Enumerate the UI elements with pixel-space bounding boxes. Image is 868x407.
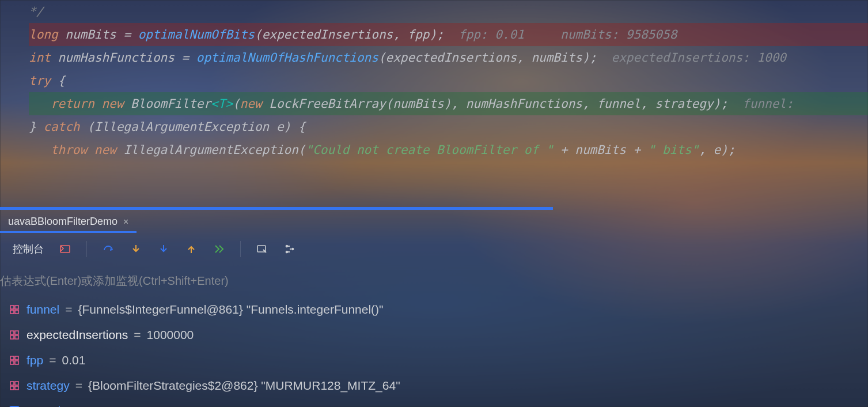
object-var-icon (8, 303, 21, 316)
variable-row[interactable]: fpp = 0.01 (6, 348, 868, 373)
svg-rect-6 (15, 306, 18, 309)
step-into-icon[interactable] (130, 243, 142, 255)
variable-value: {Funnels$IntegerFunnel@861} "Funnels.int… (78, 303, 383, 316)
svg-rect-16 (15, 361, 18, 364)
evaluate-expression-input[interactable]: 估表达式(Enter)或添加监视(Ctrl+Shift+Enter) (0, 267, 868, 295)
svg-rect-8 (15, 310, 18, 314)
variable-row[interactable]: 1numBits = 9585058 (6, 398, 868, 407)
toolbar-separator (86, 241, 87, 257)
variable-value: 0.01 (62, 353, 85, 367)
svg-rect-10 (15, 331, 18, 334)
svg-rect-9 (10, 331, 14, 334)
variable-separator: = (65, 303, 72, 316)
variable-value: 9585058 (89, 404, 136, 407)
step-out-icon[interactable] (185, 243, 198, 255)
toolbar-separator (240, 241, 241, 257)
layout-icon[interactable] (59, 243, 71, 255)
svg-rect-12 (15, 336, 18, 339)
object-var-icon (8, 329, 21, 341)
svg-rect-19 (10, 386, 14, 390)
variable-name: strategy (26, 379, 70, 393)
code-line: } catch (IllegalArgumentException e) { (29, 115, 868, 138)
primitive-var-icon: 1 (8, 405, 21, 407)
code-line: try { (29, 69, 868, 92)
run-to-cursor-icon[interactable] (213, 243, 225, 255)
step-over-icon[interactable] (102, 243, 115, 255)
comment-close: */ (29, 5, 43, 18)
variable-value: 1000000 (147, 328, 194, 342)
code-line: throw new IllegalArgumentException("Coul… (29, 138, 868, 208)
console-tab-label[interactable]: 控制台 (13, 242, 44, 256)
svg-point-4 (292, 248, 294, 250)
variable-separator: = (75, 379, 82, 393)
code-editor[interactable]: */ long numBits = optimalNumOfBits(expec… (0, 0, 868, 208)
variable-separator: = (76, 404, 83, 407)
variables-panel[interactable]: funnel = {Funnels$IntegerFunnel@861} "Fu… (0, 295, 868, 407)
evaluate-expression-icon[interactable] (256, 243, 268, 255)
variable-name: funnel (26, 303, 59, 316)
debug-tab-active[interactable]: uavaBBloomFilterDemo × (0, 212, 137, 233)
variable-name: fpp (26, 353, 43, 367)
inline-hint: fpp: 0.01 numBits: 9585058 (444, 28, 677, 42)
debug-toolbar: 控制台 (0, 233, 868, 267)
variable-row[interactable]: funnel = {Funnels$IntegerFunnel@861} "Fu… (6, 297, 868, 322)
svg-rect-18 (15, 382, 18, 385)
svg-rect-15 (10, 361, 14, 364)
svg-rect-5 (10, 306, 14, 309)
variable-row[interactable]: strategy = {BloomFilterStrategies$2@862}… (6, 373, 868, 398)
svg-rect-13 (10, 356, 14, 360)
code-line-highlight-red: long numBits = optimalNumOfBits(expected… (29, 23, 868, 46)
close-icon[interactable]: × (123, 217, 128, 227)
variable-name: numBits (26, 404, 70, 407)
variable-name: expectedInsertions (26, 328, 128, 342)
tab-label: uavaBBloomFilterDemo (8, 216, 117, 228)
trace-current-stream-chain-icon[interactable] (283, 243, 296, 255)
force-step-into-icon[interactable] (157, 243, 170, 255)
svg-point-2 (286, 246, 288, 247)
svg-rect-20 (15, 386, 18, 390)
svg-rect-7 (10, 310, 14, 314)
variable-value: {BloomFilterStrategies$2@862} "MURMUR128… (88, 379, 400, 393)
object-var-icon (8, 354, 21, 367)
execution-progress-bar (0, 207, 553, 210)
code-line-highlight-green: return new BloomFilter<T>(new LockFreeBi… (29, 92, 868, 115)
debug-tab-row: uavaBBloomFilterDemo × (0, 212, 868, 233)
svg-rect-11 (10, 336, 14, 339)
inline-hint: funnel: (728, 97, 794, 111)
inline-hint: expectedInsertions: 1000 (597, 51, 786, 65)
code-line: int numHashFunctions = optimalNumOfHashF… (29, 46, 868, 69)
expression-placeholder: 估表达式(Enter)或添加监视(Ctrl+Shift+Enter) (0, 274, 229, 287)
object-var-icon (8, 379, 21, 392)
svg-rect-14 (15, 356, 18, 360)
svg-point-3 (286, 251, 288, 253)
variable-row[interactable]: expectedInsertions = 1000000 (6, 322, 868, 348)
svg-rect-17 (10, 382, 14, 385)
variable-separator: = (134, 328, 141, 342)
variable-separator: = (49, 353, 56, 367)
